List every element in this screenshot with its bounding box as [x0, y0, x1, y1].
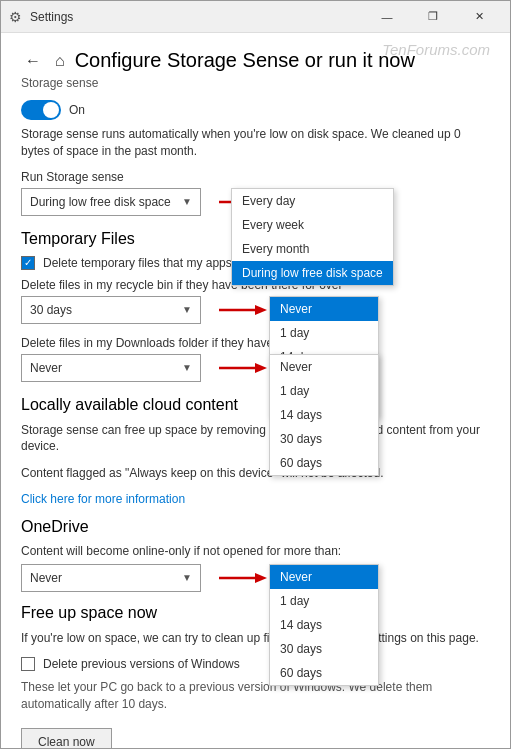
temp-files-checkbox[interactable]: ✓ [21, 256, 35, 270]
onedrive-dropdown-popup: Never 1 day 14 days 30 days 60 days [269, 564, 379, 686]
recycle-arrow-icon [217, 300, 267, 320]
content-area: TenForums.com ← ⌂ Configure Storage Sens… [1, 33, 510, 748]
recycle-dropdown-arrow: ▼ [182, 304, 192, 315]
toggle-knob [43, 102, 59, 118]
storage-sense-label: Storage sense [21, 76, 490, 90]
run-option-everyday[interactable]: Every day [232, 189, 393, 213]
downloads-opt-60days[interactable]: 60 days [270, 451, 378, 475]
onedrive-title: OneDrive [21, 518, 490, 536]
free-space-info: If you're low on space, we can try to cl… [21, 630, 490, 647]
toggle-row: On [21, 100, 490, 120]
downloads-label: Delete files in my Downloads folder if t… [21, 336, 490, 350]
storage-sense-toggle[interactable] [21, 100, 61, 120]
free-space-title: Free up space now [21, 604, 490, 622]
cloud-content-title: Locally available cloud content [21, 396, 490, 414]
downloads-section: Never ▼ Never 1 day 14 days 30 days 60 d… [21, 354, 490, 382]
downloads-opt-1day[interactable]: 1 day [270, 379, 378, 403]
window-title: Settings [30, 10, 73, 24]
free-space-checkbox[interactable] [21, 657, 35, 671]
run-option-lowdisk[interactable]: During low free disk space [232, 261, 393, 285]
onedrive-opt-never[interactable]: Never [270, 565, 378, 589]
recycle-opt-1day[interactable]: 1 day [270, 321, 378, 345]
home-icon: ⌂ [55, 52, 65, 70]
recycle-section: 30 days ▼ Never 1 day 14 days 30 days 60… [21, 296, 490, 324]
recycle-dropdown[interactable]: 30 days ▼ [21, 296, 201, 324]
cloud-content-info: Storage sense can free up space by remov… [21, 422, 490, 456]
onedrive-opt-14days[interactable]: 14 days [270, 613, 378, 637]
run-storage-sense-section: During low free disk space ▼ Every day E… [21, 188, 490, 216]
window: ⚙ Settings — ❐ ✕ TenForums.com ← ⌂ Confi… [0, 0, 511, 749]
cloud-content-info2: Content flagged as "Always keep on this … [21, 465, 490, 482]
cloud-content-link[interactable]: Click here for more information [21, 492, 185, 506]
downloads-dropdown-popup: Never 1 day 14 days 30 days 60 days [269, 354, 379, 476]
onedrive-arrow-icon [217, 568, 267, 588]
downloads-dropdown-arrow: ▼ [182, 362, 192, 373]
free-space-checkbox-info: These let your PC go back to a previous … [21, 679, 490, 713]
recycle-dropdown-row: 30 days ▼ Never 1 day 14 days 30 days 60… [21, 296, 490, 324]
onedrive-opt-1day[interactable]: 1 day [270, 589, 378, 613]
title-bar-controls: — ❐ ✕ [364, 1, 502, 33]
settings-icon: ⚙ [9, 9, 22, 25]
svg-marker-7 [255, 573, 267, 583]
svg-marker-3 [255, 305, 267, 315]
run-storage-dropdown-popup: Every day Every week Every month During … [231, 188, 394, 286]
onedrive-dropdown-row: Never ▼ Never 1 day 14 days 30 days 60 d… [21, 564, 490, 592]
check-icon: ✓ [24, 257, 32, 268]
free-space-checkbox-row: Delete previous versions of Windows [21, 657, 490, 671]
downloads-opt-30days[interactable]: 30 days [270, 427, 378, 451]
free-space-checkbox-label: Delete previous versions of Windows [43, 657, 240, 671]
svg-marker-5 [255, 363, 267, 373]
close-button[interactable]: ✕ [456, 1, 502, 33]
run-option-everymonth[interactable]: Every month [232, 237, 393, 261]
run-option-everyweek[interactable]: Every week [232, 213, 393, 237]
recycle-opt-never[interactable]: Never [270, 297, 378, 321]
back-button[interactable]: ← [21, 50, 45, 72]
onedrive-opt-30days[interactable]: 30 days [270, 637, 378, 661]
minimize-button[interactable]: — [364, 1, 410, 33]
onedrive-dropdown-value: Never [30, 571, 62, 585]
title-bar: ⚙ Settings — ❐ ✕ [1, 1, 510, 33]
clean-now-button[interactable]: Clean now [21, 728, 112, 748]
downloads-opt-never[interactable]: Never [270, 355, 378, 379]
downloads-dropdown-value: Never [30, 361, 62, 375]
downloads-dropdown-row: Never ▼ Never 1 day 14 days 30 days 60 d… [21, 354, 490, 382]
page-title: Configure Storage Sense or run it now [75, 49, 415, 72]
onedrive-dropdown[interactable]: Never ▼ [21, 564, 201, 592]
run-dropdown-value: During low free disk space [30, 195, 171, 209]
onedrive-opt-60days[interactable]: 60 days [270, 661, 378, 685]
downloads-arrow-icon [217, 358, 267, 378]
run-storage-sense-dropdown[interactable]: During low free disk space ▼ [21, 188, 201, 216]
downloads-opt-14days[interactable]: 14 days [270, 403, 378, 427]
run-storage-sense-label: Run Storage sense [21, 170, 490, 184]
onedrive-info: Content will become online-only if not o… [21, 544, 490, 558]
run-dropdown-row: During low free disk space ▼ Every day E… [21, 188, 490, 216]
recycle-dropdown-value: 30 days [30, 303, 72, 317]
toggle-label: On [69, 103, 85, 117]
page-header: ← ⌂ Configure Storage Sense or run it no… [21, 49, 490, 72]
maximize-button[interactable]: ❐ [410, 1, 456, 33]
downloads-dropdown[interactable]: Never ▼ [21, 354, 201, 382]
onedrive-dropdown-arrow: ▼ [182, 572, 192, 583]
onedrive-section: Never ▼ Never 1 day 14 days 30 days 60 d… [21, 564, 490, 592]
storage-sense-info: Storage sense runs automatically when yo… [21, 126, 490, 160]
run-dropdown-arrow: ▼ [182, 196, 192, 207]
title-bar-left: ⚙ Settings [9, 9, 364, 25]
